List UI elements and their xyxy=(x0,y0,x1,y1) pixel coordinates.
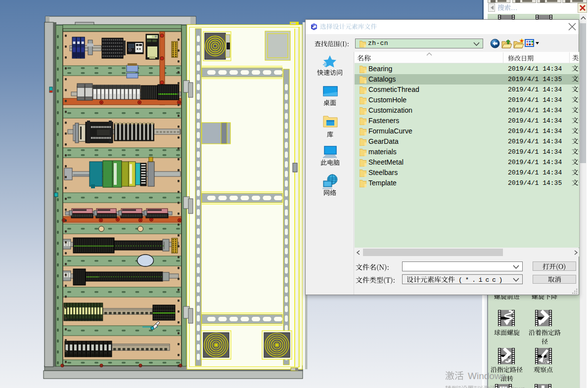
svg-text:Windows: Windows xyxy=(468,371,506,381)
svg-text:Windows: Windows xyxy=(499,385,525,388)
